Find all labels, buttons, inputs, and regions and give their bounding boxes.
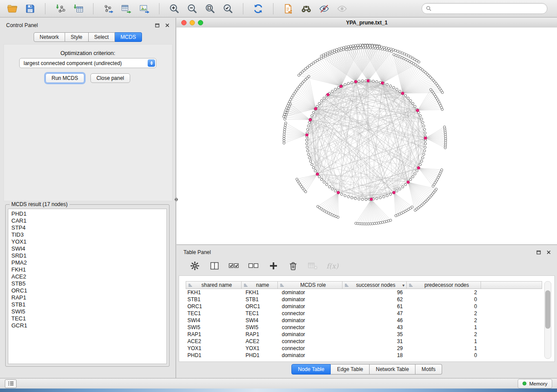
mcds-result-item[interactable]: TEC1 <box>11 315 163 322</box>
export-image-button[interactable] <box>138 3 150 15</box>
table-scrollbar[interactable] <box>544 281 551 359</box>
open-session-button[interactable] <box>6 3 18 15</box>
column-header-successor-nodes[interactable]: successor nodes▾ <box>343 281 407 289</box>
mcds-result-item[interactable]: STB5 <box>11 280 163 287</box>
search-input[interactable] <box>434 5 543 12</box>
delete-table-button[interactable] <box>307 260 319 272</box>
column-header-predecessor-nodes[interactable]: predecessor nodes <box>407 281 481 289</box>
select-all-rows-button[interactable] <box>228 260 240 272</box>
tab-style[interactable]: Style <box>65 32 89 42</box>
tab-mcds[interactable]: MCDS <box>115 32 142 42</box>
table-tab-motifs[interactable]: Motifs <box>415 364 442 375</box>
close-window-button[interactable] <box>181 20 187 25</box>
mcds-result-item[interactable]: RAP1 <box>11 294 163 301</box>
table-cell: 29 <box>343 345 407 351</box>
delete-column-button[interactable] <box>287 260 299 272</box>
memory-button[interactable]: Memory <box>518 379 552 389</box>
mcds-result-item[interactable]: FKH1 <box>11 266 163 273</box>
maximize-window-button[interactable] <box>198 20 203 25</box>
column-menu-icon[interactable]: ▾ <box>402 283 405 288</box>
mcds-result-item[interactable]: TID3 <box>11 231 163 238</box>
split-panel-button[interactable] <box>208 260 221 272</box>
show-detail-button[interactable] <box>336 3 348 15</box>
import-table-button[interactable] <box>72 3 84 15</box>
table-row[interactable]: SWI4SWI4dominator462 <box>186 317 542 324</box>
table-row[interactable]: SWI5SWI5connector431 <box>186 324 542 331</box>
table-cell: STB1 <box>242 296 278 303</box>
refresh-layout-button[interactable] <box>252 3 264 15</box>
criterion-dropdown[interactable]: largest connected component (undirected) <box>19 58 156 68</box>
mcds-result-list[interactable]: PHD1CAR1STP4TID3YOX1SWI4SRD1PMA2FKH1ACE2… <box>8 209 167 364</box>
network-graph[interactable] <box>176 28 557 244</box>
mcds-result-item[interactable]: SRD1 <box>11 252 163 259</box>
table-row[interactable]: RAP1RAP1dominator352 <box>186 331 542 338</box>
add-column-button[interactable] <box>267 260 280 272</box>
mcds-result-item[interactable]: ACE2 <box>11 273 163 280</box>
float-panel-button[interactable] <box>155 23 159 28</box>
panel-splitter[interactable] <box>174 196 179 203</box>
export-network-icon <box>103 3 114 14</box>
tab-select[interactable]: Select <box>89 32 115 42</box>
zoom-in-button[interactable] <box>168 3 180 15</box>
table-tab-node-table[interactable]: Node Table <box>291 364 331 375</box>
mcds-result-item[interactable]: PMA2 <box>11 259 163 266</box>
mcds-result-item[interactable]: STP4 <box>11 224 163 231</box>
hide-detail-button[interactable] <box>318 3 330 15</box>
function-builder-button[interactable]: f(x) <box>326 260 339 272</box>
mcds-result-item[interactable]: PHD1 <box>11 210 163 217</box>
split-panel-icon <box>210 261 219 271</box>
table-row[interactable]: ORC1ORC1dominator610 <box>186 303 542 310</box>
clear-row-selection-button[interactable] <box>248 260 260 272</box>
export-table-button[interactable] <box>120 3 132 15</box>
network-window-titlebar[interactable]: YPA_prune.txt_1 <box>176 18 557 28</box>
refresh-layout-icon <box>253 3 263 14</box>
status-menu-button[interactable] <box>5 379 17 388</box>
mcds-result-item[interactable]: SWI5 <box>11 308 163 315</box>
run-mcds-button[interactable]: Run MCDS <box>45 73 84 83</box>
table-row[interactable]: FKH1FKH1dominator962 <box>186 289 542 296</box>
table-row[interactable]: STB1STB1dominator620 <box>186 296 542 303</box>
export-network-button[interactable] <box>102 3 114 15</box>
save-session-button[interactable] <box>24 3 36 15</box>
zoom-out-button[interactable] <box>186 3 198 15</box>
mcds-result-item[interactable]: CAR1 <box>11 217 163 224</box>
zoom-selected-button[interactable] <box>222 3 234 15</box>
network-canvas[interactable] <box>176 28 557 244</box>
share-document-button[interactable] <box>282 3 294 15</box>
table-cell: SWI5 <box>186 324 242 330</box>
import-network-button[interactable] <box>54 3 66 15</box>
table-body: shared namenameMCDS rolesuccessor nodes▾… <box>179 275 555 362</box>
toolbar-buttons <box>6 3 348 15</box>
table-tab-edge-table[interactable]: Edge Table <box>331 364 370 375</box>
table-rows: FKH1FKH1dominator962STB1STB1dominator620… <box>186 289 542 359</box>
mcds-result-item[interactable]: YOX1 <box>11 238 163 245</box>
table-row[interactable]: TEC1TEC1connector472 <box>186 310 542 317</box>
mcds-result-item[interactable]: STB1 <box>11 301 163 308</box>
table-settings-button[interactable] <box>189 260 201 272</box>
table-row[interactable]: ACE2ACE2connector311 <box>186 338 542 345</box>
close-table-panel-button[interactable] <box>547 250 551 254</box>
column-sort-icon <box>344 283 349 288</box>
zoom-fit-button[interactable] <box>204 3 216 15</box>
table-row[interactable]: PHD1PHD1dominator180 <box>186 352 542 359</box>
close-panel-icon-button[interactable] <box>165 23 170 28</box>
column-header-shared-name[interactable]: shared name <box>186 281 242 289</box>
table-row[interactable]: YOX1YOX1connector291 <box>186 345 542 352</box>
search-network-button[interactable] <box>300 3 312 15</box>
minimize-window-button[interactable] <box>190 20 195 25</box>
mcds-result-item[interactable]: ORC1 <box>11 287 163 294</box>
column-header-mcds-role[interactable]: MCDS role <box>278 281 343 289</box>
mcds-result-item[interactable]: SWI4 <box>11 245 163 252</box>
splitter-arrows-icon <box>174 196 178 203</box>
scrollbar-thumb[interactable] <box>545 290 550 329</box>
float-table-panel-button[interactable] <box>536 250 541 254</box>
search-box[interactable] <box>422 3 547 14</box>
column-header-name[interactable]: name <box>242 281 278 289</box>
tab-network[interactable]: Network <box>34 32 65 42</box>
mcds-result-item[interactable]: GCR1 <box>11 322 163 329</box>
close-panel-button[interactable]: Close panel <box>90 73 130 83</box>
column-label: MCDS role <box>286 282 340 288</box>
table-cell: PHD1 <box>242 352 278 358</box>
table-cell: SWI4 <box>186 317 242 323</box>
table-tab-network-table[interactable]: Network Table <box>370 364 415 375</box>
